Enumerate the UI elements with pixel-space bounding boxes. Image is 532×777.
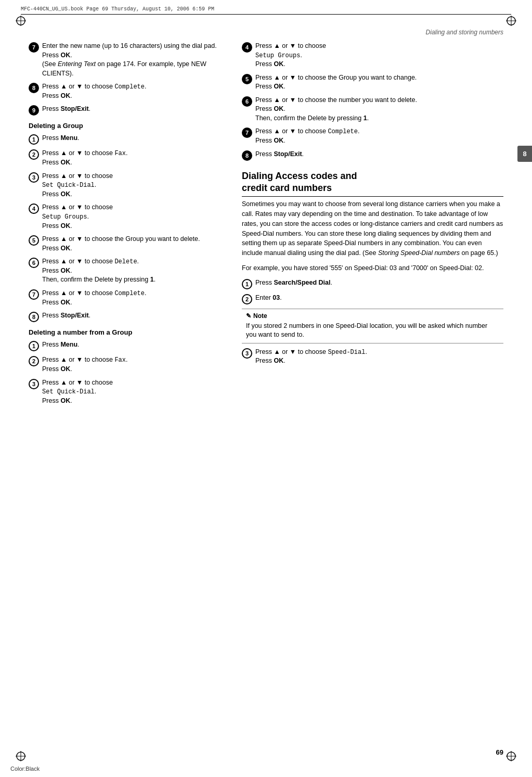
deleting-group-heading: Deleting a Group: [29, 122, 226, 130]
dialing-text-2: Enter 03.: [255, 294, 282, 303]
del-group-step-2: 2 Press ▲ or ▼ to choose Fax.Press OK.: [29, 149, 226, 167]
note-label: Note: [253, 312, 267, 320]
del-num-text-2: Press ▲ or ▼ to choose Fax.Press OK.: [42, 355, 127, 374]
page-number: 69: [496, 748, 503, 756]
right-circle-6: 6: [242, 96, 252, 107]
file-info: MFC-440CN_UG_US.book Page 69 Thursday, A…: [21, 6, 214, 12]
del-num-step-3: 3 Press ▲ or ▼ to chooseSet Quick-Dial.P…: [29, 378, 226, 406]
del-num-step-2: 2 Press ▲ or ▼ to choose Fax.Press OK.: [29, 355, 226, 374]
right-circle-8: 8: [242, 150, 252, 161]
main-content: 7 Enter the new name (up to 16 character…: [29, 31, 503, 746]
note-text: If you stored 2 numbers in one Speed-Dia…: [246, 322, 499, 340]
del-group-circle-1: 1: [29, 134, 39, 145]
step-circle-8: 8: [29, 83, 39, 93]
corner-mark-bl: [16, 751, 26, 761]
color-label: Color:Black: [10, 766, 40, 772]
right-text-6: Press ▲ or ▼ to choose the number you wa…: [255, 96, 417, 123]
del-group-text-2: Press ▲ or ▼ to choose Fax.Press OK.: [42, 149, 127, 167]
top-meta: MFC-440CN_UG_US.book Page 69 Thursday, A…: [21, 6, 511, 15]
del-num-step-1: 1 Press Menu.: [29, 340, 226, 351]
corner-mark-tr: [506, 16, 516, 26]
del-group-step-6: 6 Press ▲ or ▼ to choose Delete.Press OK…: [29, 257, 226, 285]
del-num-text-3: Press ▲ or ▼ to chooseSet Quick-Dial.Pre…: [42, 378, 113, 406]
del-group-circle-4: 4: [29, 203, 39, 214]
dialing-body-2: For example, you have stored '555' on Sp…: [242, 263, 503, 273]
dialing-body-1-italic: Storing Speed-Dial numbers: [378, 249, 460, 257]
dialing-circle-3: 3: [242, 348, 252, 359]
right-step-8: 8 Press Stop/Exit.: [242, 150, 503, 161]
dialing-text-3: Press ▲ or ▼ to choose Speed-Dial.Press …: [255, 348, 367, 366]
del-group-circle-8: 8: [29, 312, 39, 322]
del-group-step-7: 7 Press ▲ or ▼ to choose Complete.Press …: [29, 289, 226, 307]
dialing-body-1: Sometimes you may want to choose from se…: [242, 199, 503, 258]
del-num-circle-3: 3: [29, 379, 39, 389]
right-step-6: 6 Press ▲ or ▼ to choose the number you …: [242, 96, 503, 123]
del-num-circle-1: 1: [29, 341, 39, 351]
note-title: ✎ Note: [246, 312, 499, 320]
del-group-text-3: Press ▲ or ▼ to chooseSet Quick-Dial.Pre…: [42, 172, 113, 199]
corner-mark-tl: [16, 16, 26, 26]
right-column: 4 Press ▲ or ▼ to chooseSetup Groups.Pre…: [242, 42, 503, 410]
step-8-left: 8 Press ▲ or ▼ to choose Complete.Press …: [29, 82, 226, 100]
del-group-step-1: 1 Press Menu.: [29, 134, 226, 145]
right-circle-7: 7: [242, 128, 252, 138]
step-8-text: Press ▲ or ▼ to choose Complete.Press OK…: [42, 82, 146, 100]
right-step-7: 7 Press ▲ or ▼ to choose Complete.Press …: [242, 127, 503, 145]
del-group-circle-3: 3: [29, 172, 39, 183]
chapter-tab: 8: [517, 146, 532, 162]
note-icon: ✎: [246, 312, 251, 320]
del-group-step-8: 8 Press Stop/Exit.: [29, 311, 226, 322]
del-group-text-6: Press ▲ or ▼ to choose Delete.Press OK.T…: [42, 257, 155, 285]
del-group-step-3: 3 Press ▲ or ▼ to chooseSet Quick-Dial.P…: [29, 172, 226, 199]
del-group-text-7: Press ▲ or ▼ to choose Complete.Press OK…: [42, 289, 146, 307]
left-column: 7 Enter the new name (up to 16 character…: [29, 42, 226, 410]
note-box: ✎ Note If you stored 2 numbers in one Sp…: [242, 309, 503, 343]
right-circle-5: 5: [242, 74, 252, 84]
del-group-text-1: Press Menu.: [42, 134, 80, 143]
del-group-text-4: Press ▲ or ▼ to chooseSetup Groups.Press…: [42, 203, 113, 231]
dialing-step-3: 3 Press ▲ or ▼ to choose Speed-Dial.Pres…: [242, 348, 503, 366]
dialing-heading-line1: Dialing Access codes and: [242, 171, 357, 181]
two-column-layout: 7 Enter the new name (up to 16 character…: [29, 42, 503, 410]
dialing-body-1a: Sometimes you may want to choose from se…: [242, 200, 503, 257]
del-group-step-4: 4 Press ▲ or ▼ to chooseSetup Groups.Pre…: [29, 203, 226, 231]
dialing-step-2: 2 Enter 03.: [242, 294, 503, 304]
step-9-text: Press Stop/Exit.: [42, 105, 90, 114]
dialing-body-1b: on page 65.): [460, 249, 498, 257]
right-text-7: Press ▲ or ▼ to choose Complete.Press OK…: [255, 127, 359, 145]
del-group-circle-5: 5: [29, 235, 39, 246]
page-container: MFC-440CN_UG_US.book Page 69 Thursday, A…: [0, 0, 532, 777]
step-7-text: Enter the new name (up to 16 characters)…: [42, 42, 226, 78]
right-text-8: Press Stop/Exit.: [255, 150, 304, 159]
del-group-step-5: 5 Press ▲ or ▼ to choose the Group you w…: [29, 235, 226, 253]
step-9-left: 9 Press Stop/Exit.: [29, 105, 226, 116]
right-step-5: 5 Press ▲ or ▼ to choose the Group you w…: [242, 73, 503, 92]
chapter-number: 8: [523, 150, 526, 158]
step-circle-7: 7: [29, 42, 39, 53]
right-step-4: 4 Press ▲ or ▼ to chooseSetup Groups.Pre…: [242, 42, 503, 69]
del-group-circle-6: 6: [29, 258, 39, 268]
right-circle-4: 4: [242, 42, 252, 53]
step-7-left: 7 Enter the new name (up to 16 character…: [29, 42, 226, 78]
corner-mark-br: [506, 751, 516, 761]
dialing-heading-line2: credit card numbers: [242, 183, 332, 193]
dialing-circle-2: 2: [242, 294, 252, 304]
del-group-text-5: Press ▲ or ▼ to choose the Group you wan…: [42, 235, 200, 253]
del-group-circle-2: 2: [29, 149, 39, 160]
deleting-number-heading: Deleting a number from a Group: [29, 328, 226, 336]
del-num-text-1: Press Menu.: [42, 340, 80, 350]
dialing-text-1: Press Search/Speed Dial.: [255, 278, 332, 288]
del-group-text-8: Press Stop/Exit.: [42, 311, 90, 321]
right-text-4: Press ▲ or ▼ to chooseSetup Groups.Press…: [255, 42, 326, 69]
dialing-section-heading: Dialing Access codes and credit card num…: [242, 170, 503, 197]
dialing-step-1: 1 Press Search/Speed Dial.: [242, 278, 503, 289]
dialing-circle-1: 1: [242, 279, 252, 289]
del-num-circle-2: 2: [29, 356, 39, 366]
step-circle-9: 9: [29, 105, 39, 116]
right-text-5: Press ▲ or ▼ to choose the Group you wan…: [255, 73, 417, 92]
del-group-circle-7: 7: [29, 289, 39, 300]
